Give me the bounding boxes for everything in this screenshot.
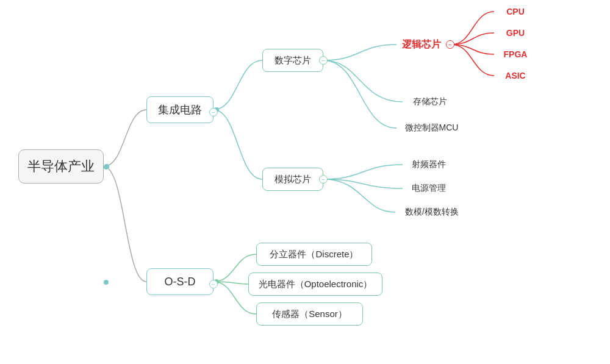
optoelectronic-label: 光电器件（Optoelectronic） — [259, 279, 373, 290]
node-cpu: CPU — [494, 3, 537, 20]
logic-chip-label: 逻辑芯片 — [402, 38, 441, 51]
asic-label: ASIC — [505, 71, 525, 80]
storage-chip-label: 存储芯片 — [413, 96, 447, 107]
mind-map: 半导体产业 集成电路 − O-S-D − 数字芯片 − 模拟芯片 − 逻辑芯片 … — [0, 0, 610, 364]
dac-label: 数模/模数转换 — [405, 207, 459, 218]
collapse-analog-chip[interactable]: − — [319, 175, 328, 184]
node-sensor: 传感器（Sensor） — [256, 302, 363, 326]
discrete-label: 分立器件（Discrete） — [270, 249, 358, 260]
cpu-label: CPU — [506, 7, 525, 16]
collapse-digital-chip[interactable]: − — [319, 56, 328, 65]
collapse-logic-chip[interactable]: − — [446, 40, 454, 49]
node-storage-chip: 存储芯片 — [403, 93, 458, 111]
dot-root-osd — [104, 280, 109, 285]
collapse-integrated-circuit[interactable]: − — [209, 108, 218, 116]
node-optoelectronic: 光电器件（Optoelectronic） — [248, 273, 382, 296]
mcu-label: 微控制器MCU — [405, 123, 459, 134]
sensor-label: 传感器（Sensor） — [272, 309, 347, 320]
node-rf: 射频器件 — [403, 155, 454, 174]
node-root: 半导体产业 — [18, 149, 104, 184]
analog-chip-label: 模拟芯片 — [274, 174, 311, 185]
fpga-label: FPGA — [504, 49, 528, 59]
collapse-osd[interactable]: − — [209, 280, 218, 288]
gpu-label: GPU — [506, 28, 525, 38]
dot-root-ic — [104, 165, 109, 170]
node-osd: O-S-D — [146, 268, 214, 295]
digital-chip-label: 数字芯片 — [274, 55, 311, 66]
node-asic: ASIC — [494, 67, 537, 84]
integrated-circuit-label: 集成电路 — [158, 102, 202, 117]
node-integrated-circuit: 集成电路 — [146, 96, 214, 123]
osd-label: O-S-D — [165, 276, 196, 288]
root-label: 半导体产业 — [27, 157, 95, 176]
node-gpu: GPU — [494, 24, 537, 41]
node-mcu: 微控制器MCU — [396, 119, 467, 137]
node-analog-chip: 模拟芯片 — [262, 168, 323, 191]
rf-label: 射频器件 — [412, 159, 446, 170]
power-label: 电源管理 — [412, 183, 446, 194]
node-power: 电源管理 — [403, 179, 454, 198]
node-digital-chip: 数字芯片 — [262, 49, 323, 72]
node-logic-chip: 逻辑芯片 — [392, 34, 450, 55]
node-dac: 数模/模数转换 — [395, 203, 468, 221]
node-discrete: 分立器件（Discrete） — [256, 243, 372, 266]
node-fpga: FPGA — [494, 46, 537, 63]
